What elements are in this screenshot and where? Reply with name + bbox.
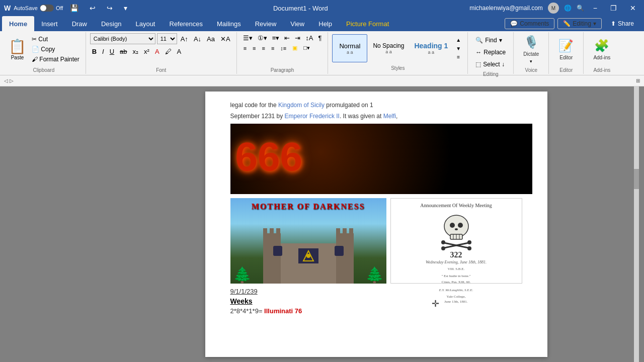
left-sidebar [0,86,123,362]
bullets-button[interactable]: ☰▾ [241,33,255,43]
tab-help[interactable]: Help [311,16,339,31]
superscript-button[interactable]: x² [142,46,151,56]
ribbon: 📋 Paste ✂ Cut 📄 Copy 🖌 Format Painter Cl… [0,31,644,75]
scroll-thumb[interactable] [634,169,639,189]
justify-button[interactable]: ≡ [269,44,277,52]
scrollbar[interactable] [634,86,639,362]
kingdom-link[interactable]: Kingdom of Sicily [278,102,325,109]
tab-insert[interactable]: Insert [34,16,65,31]
increase-font-button[interactable]: A↑ [179,34,190,44]
format-painter-button[interactable]: 🖌 Format Painter [30,55,82,64]
frederick-link[interactable]: Emperor Frederick II [285,113,340,120]
svg-point-15 [450,223,455,228]
redo-button[interactable]: ↪ [103,3,117,13]
editing-content: 🔍 Find ▾ ↔ Replace ⬚ Select ↓ [472,33,509,69]
align-center-button[interactable]: ≡ [250,44,258,52]
cut-button[interactable]: ✂ Cut [30,35,82,44]
minimize-button[interactable]: − [589,3,601,13]
addins-icon: 🧩 [594,39,609,53]
numbering-button[interactable]: ①▾ [256,33,269,43]
addins-label: Add-ins [588,66,616,73]
svg-point-13 [306,254,310,258]
font-color-button[interactable]: A [153,46,162,56]
font-size-select[interactable]: 11 [157,33,177,44]
clear-formatting-button[interactable]: ✕A [218,34,232,44]
share-button[interactable]: ⬆ Share [605,19,640,29]
doc-content[interactable]: legal code for the Kingdom of Sicily pro… [205,92,547,357]
ribbon-group-clipboard: 📋 Paste ✂ Cut 📄 Copy 🖌 Format Painter Cl… [2,32,86,74]
replace-button[interactable]: ↔ Replace [472,47,509,57]
styles-scroll-up[interactable]: ▲ [453,36,463,44]
font-label: Font [90,66,232,73]
highlight-button[interactable]: 🖊 [163,46,174,56]
ribbon-group-styles: Normal a a No Spacing a a Heading 1 a a … [328,32,468,74]
ribbon-group-font: Calibri (Body) 11 A↑ A↓ Aa ✕A B I U ab x… [86,32,237,74]
line-spacing-button[interactable]: ↕≡ [278,44,289,52]
select-button[interactable]: ⬚ Select ↓ [472,59,508,69]
tab-mailings[interactable]: Mailings [210,16,248,31]
increase-indent-button[interactable]: ⇥ [293,33,302,43]
tab-draw[interactable]: Draw [65,16,94,31]
user-avatar[interactable]: M [548,3,559,14]
illuminati-result: Illuminati 76 [264,307,302,315]
tab-view[interactable]: View [283,16,311,31]
copy-button[interactable]: 📄 Copy [30,45,82,54]
show-formatting-button[interactable]: ¶ [316,33,324,43]
tab-picture-format[interactable]: Picture Format [339,16,396,31]
sort-button[interactable]: ↕A [303,33,315,43]
quick-access-dropdown[interactable]: ▾ [120,3,131,13]
autosave-switch[interactable] [40,5,54,12]
decrease-font-button[interactable]: A↓ [192,34,203,44]
save-button[interactable]: 💾 [66,3,83,13]
find-button[interactable]: 🔍 Find ▾ [472,35,505,45]
bold-button[interactable]: B [90,46,99,56]
comment-icon: 💬 [510,20,518,27]
styles-scroll-down[interactable]: ▼ [453,45,463,52]
doc-title: Document1 - Word [273,5,328,12]
change-case-button[interactable]: Aa [205,34,217,44]
align-left-button[interactable]: ≡ [241,44,249,52]
svg-rect-2 [336,233,354,284]
style-normal[interactable]: Normal a a [332,34,367,62]
castle-svg [258,223,359,284]
underline-button[interactable]: U [108,46,116,56]
font-name-select[interactable]: Calibri (Body) [90,33,155,44]
tab-review[interactable]: Review [248,16,284,31]
tab-design[interactable]: Design [94,16,128,31]
strikethrough-button[interactable]: ab [118,46,129,56]
editing-mode-button[interactable]: ✏️ Editing ▾ [557,18,602,29]
styles-expand[interactable]: ≡ [453,53,463,61]
autosave-toggle[interactable]: AutoSave Off [14,5,63,12]
multilevel-button[interactable]: ≡▾ [270,33,282,43]
style-heading-1[interactable]: Heading 1 a a [410,34,452,62]
tab-layout[interactable]: Layout [128,16,162,31]
close-button[interactable]: ✕ [626,3,640,13]
ribbon-group-voice: 🎙️ Dictate ▾ Voice [514,32,549,74]
chevron-down-icon: ▾ [593,20,596,27]
shading-button[interactable]: ▣ [290,44,300,52]
dictate-button[interactable]: 🎙️ Dictate ▾ [518,34,544,64]
voice-label: Voice [518,66,544,73]
tab-home[interactable]: Home [2,16,34,31]
restore-button[interactable]: ❐ [606,3,621,13]
text-color-button[interactable]: A [175,46,184,56]
styles-scroll: ▲ ▼ ≡ [453,36,463,61]
subscript-button[interactable]: x₂ [131,46,141,56]
align-right-button[interactable]: ≡ [259,44,267,52]
addins-button[interactable]: 🧩 Add-ins [588,34,616,64]
tab-references[interactable]: References [163,16,210,31]
undo-button[interactable]: ↩ [86,3,100,13]
style-no-spacing[interactable]: No Spacing a a [368,34,409,62]
svg-rect-4 [270,228,274,236]
paragraph-label: Paragraph [241,66,324,73]
decrease-indent-button[interactable]: ⇤ [282,33,292,43]
microphone-icon: 🎙️ [524,35,539,49]
border-button[interactable]: □▾ [301,44,312,52]
comments-button[interactable]: 💬 Comments [505,18,554,29]
right-sidebar [629,86,644,362]
italic-button[interactable]: I [100,46,106,56]
editor-button[interactable]: 📝 Editor [553,34,579,64]
ruler-expand-icon[interactable]: ⊞ [636,78,640,83]
melfi-link[interactable]: Melfi [383,113,396,120]
paste-button[interactable]: 📋 Paste [6,36,29,62]
